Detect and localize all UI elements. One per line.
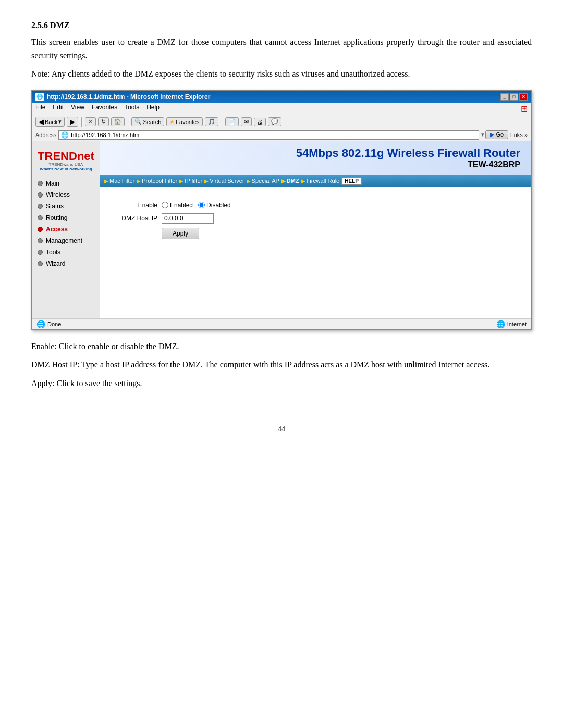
address-label: Address	[35, 132, 56, 138]
sidebar-item-wizard[interactable]: Wizard	[32, 258, 100, 269]
address-input-wrapper[interactable]: 🌐 http://192.168.1.1/dmz.htm	[58, 130, 479, 140]
sidebar-item-wireless[interactable]: Wireless	[32, 189, 100, 201]
history-button[interactable]: 📄	[225, 117, 239, 126]
maximize-button[interactable]: □	[510, 93, 518, 101]
nav-label-special-ap: Special AP	[252, 178, 279, 184]
minimize-button[interactable]: _	[500, 93, 509, 101]
nav-firewall-rule[interactable]: ▶ Firewall Rule	[301, 178, 340, 184]
window-controls[interactable]: _ □ ✕	[500, 93, 528, 101]
bottom-line3: Apply: Click to save the settings.	[31, 377, 532, 390]
enable-radio-group: Enabled Disabled	[162, 202, 231, 209]
menu-file[interactable]: File	[35, 104, 45, 114]
dot-icon-status	[38, 204, 43, 209]
nav-dmz[interactable]: ▶ DMZ	[282, 178, 299, 184]
section-title: 2.5.6 DMZ	[31, 21, 532, 30]
address-bar: Address 🌐 http://192.168.1.1/dmz.htm ▾ ▶…	[32, 129, 531, 141]
nav-protocol-filter[interactable]: ▶ Protocol Filter	[137, 178, 177, 184]
sidebar-item-status[interactable]: Status	[32, 201, 100, 212]
page-content: TRENDnet TRENDware, USA What's Next in N…	[32, 141, 531, 318]
back-icon: ◀	[39, 118, 44, 126]
address-text: http://192.168.1.1/dmz.htm	[71, 132, 139, 138]
menu-favorites[interactable]: Favorites	[92, 104, 117, 114]
address-controls: ▾ ▶ Go Links »	[481, 130, 528, 139]
main-content: 54Mbps 802.11g Wireless Firewall Router …	[100, 141, 531, 318]
dot-icon-wireless	[38, 192, 43, 198]
links-button[interactable]: Links »	[509, 132, 528, 138]
apply-row: Apply	[162, 228, 520, 239]
refresh-button[interactable]: ↻	[98, 117, 109, 126]
nav-special-ap[interactable]: ▶ Special AP	[247, 178, 279, 184]
menu-edit[interactable]: Edit	[53, 104, 64, 114]
arrow-icon-special: ▶	[247, 178, 251, 184]
forward-icon: ▶	[70, 118, 75, 126]
sidebar-label-main: Main	[46, 180, 59, 187]
arrow-icon-mac: ▶	[104, 178, 108, 184]
stop-button[interactable]: ✕	[85, 117, 96, 126]
nav-label-ip-filter: IP filter	[185, 178, 202, 184]
browser-toolbar: ◀ Back ▾ ▶ ✕ ↻ 🏠 🔍 Search ★ Favorites 🎵 …	[32, 115, 531, 129]
top-nav: ▶ Mac Filter ▶ Protocol Filter ▶ IP filt…	[100, 175, 531, 187]
back-button[interactable]: ◀ Back ▾	[35, 117, 65, 127]
favorites-button[interactable]: ★ Favorites	[166, 117, 202, 126]
spacer	[111, 194, 520, 202]
brand-sub1: TRENDware, USA	[38, 162, 94, 167]
messenger-button[interactable]: 💬	[268, 117, 282, 126]
nav-mac-filter[interactable]: ▶ Mac Filter	[104, 178, 134, 184]
disabled-label: Disabled	[206, 202, 231, 209]
media-button[interactable]: 🎵	[205, 117, 218, 126]
help-button[interactable]: HELP	[341, 177, 362, 185]
disabled-radio[interactable]	[198, 202, 205, 208]
nav-label-mac-filter: Mac Filter	[109, 178, 134, 184]
stop-icon: ✕	[88, 118, 93, 125]
star-icon: ★	[169, 118, 175, 125]
browser-title: http://192.168.1.1/dmz.htm - Microsoft I…	[47, 93, 210, 101]
menu-tools[interactable]: Tools	[125, 104, 139, 114]
dmz-host-ip-input[interactable]	[162, 213, 214, 224]
sidebar-item-tools[interactable]: Tools	[32, 246, 100, 258]
sidebar-item-routing[interactable]: Routing	[32, 212, 100, 224]
address-page-icon: 🌐	[61, 131, 69, 139]
disabled-option[interactable]: Disabled	[198, 202, 231, 209]
home-button[interactable]: 🏠	[111, 117, 125, 126]
nav-ip-filter[interactable]: ▶ IP filter	[179, 178, 202, 184]
arrow-icon-dmz: ▶	[282, 178, 286, 184]
enabled-label: Enabled	[170, 202, 193, 209]
arrow-icon-firewall: ▶	[301, 178, 305, 184]
toolbar-separator2	[128, 117, 128, 127]
sidebar-item-access[interactable]: Access	[32, 224, 100, 235]
address-dropdown-icon[interactable]: ▾	[481, 131, 484, 138]
dot-icon-main	[38, 181, 43, 186]
nav-label-firewall-rule: Firewall Rule	[307, 178, 340, 184]
home-icon: 🏠	[114, 118, 121, 125]
print-icon: 🖨	[257, 119, 263, 125]
close-button[interactable]: ✕	[519, 93, 528, 101]
browser-titlebar: 🌐 http://192.168.1.1/dmz.htm - Microsoft…	[32, 91, 531, 103]
search-button[interactable]: 🔍 Search	[131, 117, 164, 126]
mail-button[interactable]: ✉	[241, 117, 252, 126]
arrow-icon-protocol: ▶	[137, 178, 141, 184]
titlebar-left: 🌐 http://192.168.1.1/dmz.htm - Microsoft…	[35, 93, 210, 101]
sidebar-label-wireless: Wireless	[46, 191, 70, 199]
refresh-icon: ↻	[101, 118, 106, 125]
menu-help[interactable]: Help	[146, 104, 160, 114]
sidebar-label-wizard: Wizard	[46, 260, 65, 267]
browser-window: 🌐 http://192.168.1.1/dmz.htm - Microsoft…	[31, 90, 532, 330]
arrow-icon-virtual: ▶	[204, 178, 209, 184]
page-number: 44	[278, 425, 285, 433]
messenger-icon: 💬	[271, 118, 278, 125]
forward-button[interactable]: ▶	[67, 117, 78, 127]
go-button[interactable]: ▶ Go	[485, 130, 508, 139]
bottom-line2: DMZ Host IP: Type a host IP address for …	[31, 358, 532, 372]
enabled-radio[interactable]	[162, 202, 168, 208]
sidebar-item-main[interactable]: Main	[32, 178, 100, 189]
enabled-option[interactable]: Enabled	[162, 202, 193, 209]
sidebar-label-tools: Tools	[46, 249, 60, 256]
nav-label-protocol-filter: Protocol Filter	[142, 178, 177, 184]
sidebar-item-management[interactable]: Management	[32, 235, 100, 246]
brand-logo: TRENDnet TRENDware, USA What's Next in N…	[32, 146, 100, 178]
enable-label: Enable	[111, 202, 157, 209]
print-button[interactable]: 🖨	[254, 118, 266, 126]
nav-virtual-server[interactable]: ▶ Virtual Server	[204, 178, 244, 184]
apply-button[interactable]: Apply	[162, 228, 199, 239]
menu-view[interactable]: View	[71, 104, 84, 114]
